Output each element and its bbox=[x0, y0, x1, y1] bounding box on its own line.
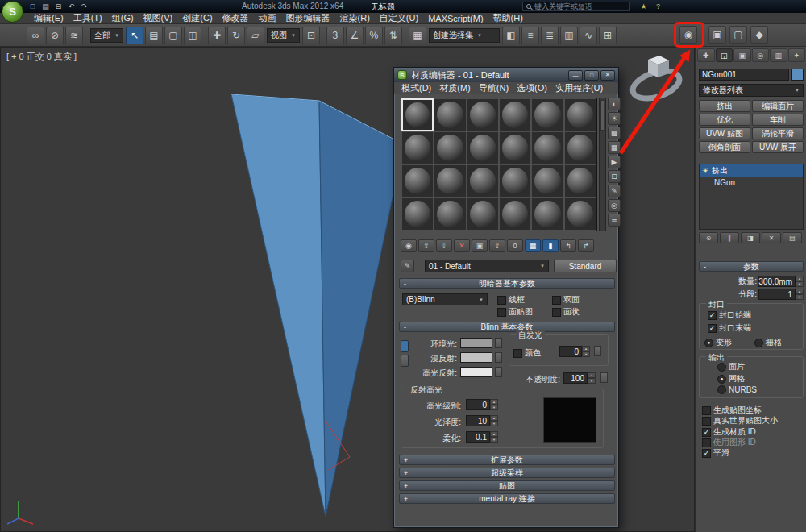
select-by-material-icon[interactable]: ◎ bbox=[608, 199, 621, 212]
turbosmooth-button[interactable]: 涡轮平滑 bbox=[752, 127, 804, 139]
material-map-navigator-icon[interactable]: ≣ bbox=[608, 214, 621, 227]
menu-maxscript[interactable]: MAXScript(M) bbox=[423, 14, 488, 23]
segments-spinner[interactable]: 1 ▲ ▼ bbox=[758, 289, 804, 300]
sample-tiling-icon[interactable]: ▦ bbox=[608, 141, 621, 154]
material-slot[interactable] bbox=[499, 164, 531, 197]
stack-item-ngon[interactable]: NGon bbox=[700, 177, 803, 189]
ambient-map-button[interactable] bbox=[495, 338, 502, 348]
material-slot[interactable] bbox=[531, 197, 563, 231]
spin-up-icon[interactable]: ▲ bbox=[490, 399, 498, 405]
soften-value[interactable]: 0.1 bbox=[466, 431, 490, 443]
new-file-icon[interactable]: □ bbox=[27, 2, 38, 11]
menu-customize[interactable]: 自定义(U) bbox=[375, 12, 423, 24]
optimize-button[interactable]: 优化 bbox=[699, 114, 750, 126]
unlink-selection-icon[interactable]: ⊘ bbox=[46, 27, 64, 44]
background-icon[interactable]: ▩ bbox=[608, 127, 621, 139]
material-slot[interactable] bbox=[499, 197, 531, 231]
pin-stack-icon[interactable]: ⊙ bbox=[699, 232, 718, 243]
spin-down-icon[interactable]: ▼ bbox=[490, 405, 498, 410]
generate-mapping-coords-checkbox[interactable] bbox=[702, 406, 711, 415]
menu-views[interactable]: 视图(V) bbox=[139, 12, 178, 24]
generate-material-ids-checkbox[interactable]: ✓ bbox=[702, 428, 711, 437]
real-world-map-size-checkbox[interactable] bbox=[702, 417, 711, 426]
soften-spinner[interactable]: 0.1 ▲ ▼ bbox=[466, 431, 498, 443]
self-illum-spinner[interactable]: 0 ▲ ▼ bbox=[559, 346, 590, 357]
object-color-swatch[interactable] bbox=[791, 69, 804, 81]
amount-spinner[interactable]: 300.0mm ▲ ▼ bbox=[758, 276, 804, 287]
material-name-dropdown[interactable]: 01 - Default ▼ bbox=[425, 260, 549, 272]
bevel-profile-button[interactable]: 倒角剖面 bbox=[699, 141, 750, 153]
select-object-icon[interactable]: ↖ bbox=[126, 27, 143, 44]
object-name-field[interactable]: NGon001 bbox=[699, 69, 789, 81]
supersampling-rollout[interactable]: + 超级采样 bbox=[399, 468, 615, 478]
viewcube[interactable] bbox=[629, 56, 683, 104]
render-setup-icon[interactable]: ▣ bbox=[708, 26, 726, 44]
parameters-rollout-header[interactable]: - 参数 bbox=[699, 261, 804, 272]
use-shape-ids-checkbox[interactable] bbox=[702, 438, 711, 447]
tab-modify-icon[interactable]: ◱ bbox=[716, 48, 733, 62]
save-file-icon[interactable]: ⊟ bbox=[53, 2, 64, 11]
show-end-result-icon[interactable]: ∥ bbox=[720, 232, 739, 243]
material-slot[interactable] bbox=[434, 164, 466, 197]
spin-up-icon[interactable]: ▲ bbox=[588, 372, 596, 378]
material-editor-titlebar[interactable]: S 材质编辑器 - 01 - Default — □ ✕ bbox=[394, 68, 618, 82]
open-file-icon[interactable]: ▤ bbox=[40, 2, 51, 11]
edit-patch-button[interactable]: 编辑面片 bbox=[752, 100, 804, 112]
render-production-icon[interactable]: ◆ bbox=[750, 26, 768, 44]
go-forward-to-sibling-icon[interactable]: ↱ bbox=[578, 239, 594, 252]
help-icon[interactable]: ? bbox=[653, 2, 663, 11]
glossiness-value[interactable]: 10 bbox=[466, 415, 490, 426]
slots-scrollbar[interactable] bbox=[599, 98, 606, 231]
nurbs-radio[interactable] bbox=[717, 385, 726, 394]
select-and-move-icon[interactable]: ✚ bbox=[208, 27, 226, 44]
snap-toggle-icon[interactable]: 3 bbox=[326, 27, 344, 44]
layer-manager-icon[interactable]: ≣ bbox=[541, 27, 559, 44]
material-slot[interactable] bbox=[434, 98, 466, 131]
diffuse-specular-lock-icon[interactable] bbox=[401, 355, 409, 367]
material-id-channel-icon[interactable]: 0 bbox=[507, 239, 523, 252]
faceted-checkbox[interactable] bbox=[552, 308, 561, 317]
undo-icon[interactable]: ↶ bbox=[66, 2, 77, 11]
menu-rendering[interactable]: 渲染(R) bbox=[335, 12, 375, 24]
self-illum-color-checkbox[interactable] bbox=[513, 349, 522, 358]
tab-display-icon[interactable]: ▥ bbox=[770, 48, 787, 62]
menu-help[interactable]: 帮助(H) bbox=[488, 12, 528, 24]
material-slot-active[interactable] bbox=[401, 98, 434, 131]
put-to-library-icon[interactable]: ⇪ bbox=[489, 239, 505, 252]
align-icon[interactable]: ≡ bbox=[521, 27, 539, 44]
redo-icon[interactable]: ↷ bbox=[79, 2, 89, 11]
specular-color-swatch[interactable] bbox=[460, 367, 492, 377]
material-slot[interactable] bbox=[434, 197, 466, 231]
menu-edit[interactable]: 编辑(E) bbox=[29, 12, 69, 24]
make-material-copy-icon[interactable]: ▣ bbox=[472, 239, 488, 252]
show-map-in-viewport-icon[interactable]: ▦ bbox=[525, 239, 541, 252]
tab-hierarchy-icon[interactable]: ▣ bbox=[733, 48, 751, 62]
bind-to-spacewarp-icon[interactable]: ≋ bbox=[65, 27, 83, 44]
uvw-map-button[interactable]: UVW 贴图 bbox=[699, 127, 750, 139]
shader-rollout-header[interactable]: - 明暗器基本参数 bbox=[399, 278, 615, 289]
cap-end-checkbox[interactable]: ✓ bbox=[708, 324, 717, 333]
menu-group[interactable]: 组(G) bbox=[107, 12, 139, 24]
opacity-map-button[interactable] bbox=[600, 372, 608, 383]
menu-options[interactable]: 选项(O) bbox=[513, 82, 551, 94]
material-slot[interactable] bbox=[467, 197, 499, 231]
select-by-name-icon[interactable]: ▤ bbox=[145, 27, 163, 44]
material-slot[interactable] bbox=[531, 98, 563, 131]
graphite-ribbon-icon[interactable]: ▥ bbox=[560, 27, 578, 44]
spin-up-icon[interactable]: ▲ bbox=[796, 276, 804, 281]
menu-navigation[interactable]: 导航(N) bbox=[475, 82, 513, 94]
tab-create-icon[interactable]: ✚ bbox=[697, 48, 715, 62]
stack-item-extrude[interactable]: ☀ 挤出 bbox=[700, 164, 803, 177]
opacity-spinner[interactable]: 100 ▲ ▼ bbox=[563, 372, 596, 384]
material-slot[interactable] bbox=[467, 164, 499, 197]
menu-create[interactable]: 创建(C) bbox=[177, 12, 217, 24]
material-slot[interactable] bbox=[531, 131, 563, 164]
menu-utilities[interactable]: 实用程序(U) bbox=[551, 82, 607, 94]
menu-modes[interactable]: 模式(D) bbox=[397, 82, 435, 94]
named-selection-set-combo[interactable]: 创建选择集 ▼ bbox=[429, 28, 500, 43]
specular-map-button[interactable] bbox=[495, 367, 502, 377]
spin-up-icon[interactable]: ▲ bbox=[490, 431, 498, 437]
search-input[interactable]: 键入关键字或短语 bbox=[522, 2, 630, 11]
two-sided-checkbox[interactable] bbox=[552, 296, 561, 305]
patch-radio[interactable] bbox=[717, 363, 726, 372]
